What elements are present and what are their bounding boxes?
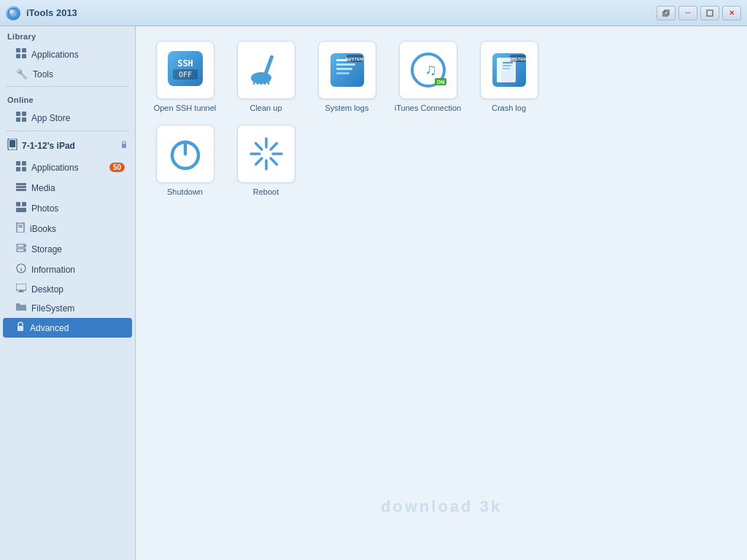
minimize-button[interactable]: ─ [678, 6, 697, 20]
app-title: iTools 2013 [26, 7, 657, 18]
svg-rect-6 [16, 48, 20, 52]
svg-text:SYSTEM: SYSTEM [345, 57, 363, 61]
sidebar-item-advanced[interactable]: Advanced [3, 318, 132, 338]
svg-rect-66 [497, 58, 501, 82]
ipad-icon [7, 139, 18, 152]
tile-itunes[interactable]: ♫ ON iTunes Connection [393, 41, 462, 113]
sidebar-item-filesystem[interactable]: FileSystem [3, 299, 132, 317]
svg-line-81 [255, 158, 261, 164]
svg-rect-13 [22, 117, 26, 122]
content-area: SSH OFF Open SSH tunnel [136, 26, 747, 560]
svg-line-78 [255, 144, 261, 149]
svg-rect-11 [22, 112, 26, 116]
crashlog-tile-icon: SYSTEM [488, 49, 530, 91]
tile-grid-row2: Shutdown Rebo [150, 125, 732, 197]
tile-shutdown-label: Shutdown [167, 187, 203, 197]
library-header: Library [0, 26, 135, 44]
svg-rect-57 [336, 72, 349, 74]
sidebar-item-storage[interactable]: Storage [3, 239, 132, 259]
tile-syslog-label: System logs [325, 103, 369, 113]
svg-rect-21 [22, 167, 26, 171]
svg-rect-30 [18, 225, 23, 226]
svg-point-2 [9, 9, 14, 14]
svg-rect-67 [503, 62, 513, 63]
svg-rect-26 [22, 202, 26, 206]
svg-text:♫: ♫ [425, 61, 437, 79]
tile-cleanup-label: Clean up [249, 103, 282, 113]
shutdown-tile-icon [164, 133, 206, 175]
tile-itunes-box[interactable]: ♫ ON [399, 41, 457, 99]
svg-rect-27 [16, 208, 26, 212]
sidebar-item-information[interactable]: i Information [3, 260, 132, 279]
tile-grid: SSH OFF Open SSH tunnel [150, 41, 732, 113]
svg-text:SSH: SSH [177, 58, 193, 69]
svg-text:OFF: OFF [178, 71, 191, 79]
tile-syslog[interactable]: SYSTEM System logs [312, 41, 382, 113]
svg-text:ON: ON [436, 79, 444, 85]
restore-button[interactable] [657, 6, 676, 20]
svg-rect-7 [22, 48, 26, 52]
tile-ssh-box[interactable]: SSH OFF [156, 41, 214, 99]
svg-rect-17 [122, 144, 126, 148]
device-lock-icon [120, 140, 128, 151]
svg-rect-31 [18, 227, 23, 228]
svg-rect-25 [16, 202, 20, 206]
sidebar: Library Applications 🔧 Tools Online [0, 26, 136, 560]
divider-2 [6, 131, 129, 131]
svg-rect-56 [336, 68, 352, 70]
desktop-icon [16, 284, 26, 295]
svg-rect-8 [16, 54, 20, 58]
cleanup-tile-icon [245, 49, 287, 91]
reboot-tile-icon [245, 133, 287, 175]
tile-shutdown-box[interactable] [156, 125, 214, 183]
svg-rect-12 [16, 117, 20, 122]
tile-shutdown[interactable]: Shutdown [150, 125, 220, 197]
ssh-tile-icon: SSH OFF [164, 47, 206, 90]
device-apps-icon [16, 161, 26, 174]
tile-reboot-box[interactable] [237, 125, 295, 183]
tools-icon: 🔧 [16, 69, 28, 79]
ibooks-icon [16, 222, 25, 235]
svg-rect-22 [16, 183, 26, 185]
sidebar-item-tools[interactable]: 🔧 Tools [3, 65, 132, 83]
sidebar-item-appstore[interactable]: App Store [3, 108, 132, 128]
svg-rect-5 [707, 10, 713, 16]
tile-cleanup-box[interactable] [237, 41, 295, 99]
sidebar-item-media[interactable]: Media [3, 178, 132, 198]
tile-crashlog-box[interactable]: SYSTEM [480, 41, 538, 99]
sidebar-item-applications[interactable]: Applications [3, 44, 132, 64]
svg-rect-9 [22, 54, 26, 58]
information-icon: i [16, 263, 26, 276]
svg-rect-4 [665, 10, 669, 15]
filesystem-icon [16, 303, 26, 314]
svg-line-79 [271, 158, 276, 164]
sidebar-item-desktop[interactable]: Desktop [3, 280, 132, 298]
svg-rect-23 [16, 186, 26, 188]
title-bar: iTools 2013 ─ ✕ [0, 0, 747, 26]
tile-itunes-label: iTunes Connection [395, 103, 461, 113]
tile-cleanup[interactable]: Clean up [231, 41, 301, 113]
svg-point-16 [12, 148, 13, 149]
applications-icon [16, 48, 26, 61]
tile-reboot[interactable]: Reboot [231, 125, 301, 197]
svg-text:i: i [20, 266, 22, 273]
sidebar-item-ibooks[interactable]: iBooks [3, 219, 132, 238]
main-layout: Library Applications 🔧 Tools Online [0, 26, 747, 560]
tile-crashlog[interactable]: SYSTEM Crash log [474, 41, 543, 113]
sidebar-item-device-applications[interactable]: Applications 50 [3, 158, 132, 177]
tile-crashlog-label: Crash log [492, 103, 526, 113]
device-header: 7-1-12's iPad [0, 134, 135, 157]
svg-rect-20 [16, 167, 20, 171]
maximize-button[interactable] [700, 6, 719, 20]
close-button[interactable]: ✕ [722, 6, 741, 20]
syslog-tile-icon: SYSTEM [326, 49, 368, 91]
sidebar-item-photos[interactable]: Photos [3, 198, 132, 218]
tile-ssh[interactable]: SSH OFF Open SSH tunnel [150, 41, 220, 113]
tile-syslog-box[interactable]: SYSTEM [318, 41, 376, 99]
svg-line-80 [271, 144, 276, 149]
window-controls: ─ ✕ [657, 6, 741, 20]
svg-rect-41 [18, 326, 23, 331]
svg-rect-55 [336, 63, 355, 66]
svg-rect-10 [16, 112, 20, 116]
svg-text:SYSTEM: SYSTEM [508, 57, 527, 61]
